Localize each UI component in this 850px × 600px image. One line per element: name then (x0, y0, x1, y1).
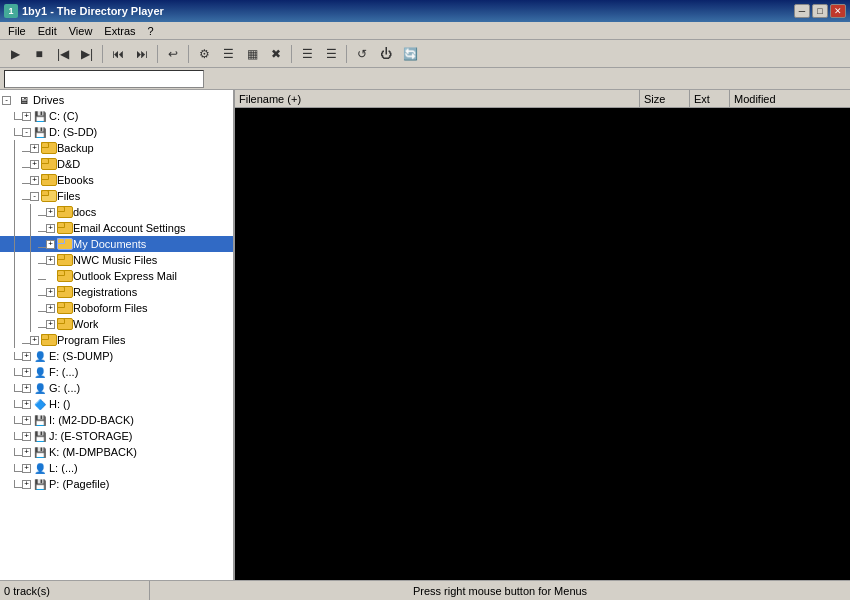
expand-e[interactable]: + (22, 352, 31, 361)
tree-item-nwcmusic[interactable]: + NWC Music Files (0, 252, 233, 268)
outlookexpress-label: Outlook Express Mail (73, 270, 177, 282)
expand-ebooks[interactable]: + (30, 176, 39, 185)
ebooks-label: Ebooks (57, 174, 94, 186)
tree-item-roboform[interactable]: + Roboform Files (0, 300, 233, 316)
expand-programfiles[interactable]: + (30, 336, 39, 345)
expand-l[interactable]: + (22, 464, 31, 473)
tree-item-ebooks[interactable]: + Ebooks (0, 172, 233, 188)
tree-item-dnd[interactable]: + D&D (0, 156, 233, 172)
menu-edit[interactable]: Edit (32, 24, 63, 38)
mydocs-label: My Documents (73, 238, 146, 250)
tree-item-f[interactable]: + 👤 F: (...) (0, 364, 233, 380)
expand-files[interactable]: - (30, 192, 39, 201)
expand-f[interactable]: + (22, 368, 31, 377)
tb-prev[interactable]: |◀ (52, 43, 74, 65)
expand-g[interactable]: + (22, 384, 31, 393)
tree-item-work[interactable]: + Work (0, 316, 233, 332)
tb-block[interactable]: ▦ (241, 43, 263, 65)
expand-dnd[interactable]: + (30, 160, 39, 169)
tb-settings[interactable]: ⚙ (193, 43, 215, 65)
tb-power[interactable]: ⏻ (375, 43, 397, 65)
expand-work[interactable]: + (46, 320, 55, 329)
sep4 (291, 45, 292, 63)
tb-stop[interactable]: ■ (28, 43, 50, 65)
expand-c[interactable]: + (22, 112, 31, 121)
expand-k[interactable]: + (22, 448, 31, 457)
expand-docs[interactable]: + (46, 208, 55, 217)
tree-item-g[interactable]: + 👤 G: (...) (0, 380, 233, 396)
expand-i[interactable]: + (22, 416, 31, 425)
close-button[interactable]: ✕ (830, 4, 846, 18)
tree-panel[interactable]: - 🖥 Drives + 💾 C: (C) - 💾 D: (S-DD) (0, 90, 235, 580)
expand-h[interactable]: + (22, 400, 31, 409)
tb-close[interactable]: ✖ (265, 43, 287, 65)
file-list-area (235, 108, 850, 580)
tb-queue[interactable]: ☰ (217, 43, 239, 65)
tree-item-l[interactable]: + 👤 L: (...) (0, 460, 233, 476)
tree-item-j[interactable]: + 💾 J: (E-STORAGE) (0, 428, 233, 444)
menu-file[interactable]: File (2, 24, 32, 38)
tb-grid[interactable]: ☰ (320, 43, 342, 65)
emailaccount-label: Email Account Settings (73, 222, 186, 234)
menu-view[interactable]: View (63, 24, 99, 38)
tb-back[interactable]: ↩ (162, 43, 184, 65)
tb-next2[interactable]: ⏭ (131, 43, 153, 65)
tb-sync[interactable]: 🔄 (399, 43, 421, 65)
tree-item-mydocs[interactable]: + My Documents (0, 236, 233, 252)
tree-item-k[interactable]: + 💾 K: (M-DMPBACK) (0, 444, 233, 460)
menu-bar: File Edit View Extras ? (0, 22, 850, 40)
tree-item-d[interactable]: - 💾 D: (S-DD) (0, 124, 233, 140)
tree-item-registrations[interactable]: + Registrations (0, 284, 233, 300)
backup-folder-icon (41, 142, 55, 154)
drives-label: Drives (33, 94, 64, 106)
roboform-folder-icon (57, 302, 71, 314)
tree-item-backup[interactable]: + Backup (0, 140, 233, 156)
expand-mydocs[interactable]: + (46, 240, 55, 249)
expand-p[interactable]: + (22, 480, 31, 489)
status-bar: 0 track(s) Press right mouse button for … (0, 580, 850, 600)
window-controls: ─ □ ✕ (794, 4, 846, 18)
menu-help[interactable]: ? (142, 24, 160, 38)
tree-item-docs[interactable]: + docs (0, 204, 233, 220)
col-modified[interactable]: Modified (730, 90, 850, 107)
expand-roboform[interactable]: + (46, 304, 55, 313)
app-icon: 1 (4, 4, 18, 18)
tree-item-h[interactable]: + 🔷 H: () (0, 396, 233, 412)
tree-item-p[interactable]: + 💾 P: (Pagefile) (0, 476, 233, 492)
expand-d[interactable]: - (22, 128, 31, 137)
tree-item-emailaccount[interactable]: + Email Account Settings (0, 220, 233, 236)
work-folder-icon (57, 318, 71, 330)
col-filename[interactable]: Filename (+) (235, 90, 640, 107)
tree-item-outlookexpress[interactable]: Outlook Express Mail (0, 268, 233, 284)
tree-item-files[interactable]: - Files (0, 188, 233, 204)
expand-emailaccount[interactable]: + (46, 224, 55, 233)
tree-item-programfiles[interactable]: + Program Files (0, 332, 233, 348)
expand-backup[interactable]: + (30, 144, 39, 153)
i-label: I: (M2-DD-BACK) (49, 414, 134, 426)
tb-refresh[interactable]: ↺ (351, 43, 373, 65)
tb-list[interactable]: ☰ (296, 43, 318, 65)
registrations-label: Registrations (73, 286, 137, 298)
col-ext[interactable]: Ext (690, 90, 730, 107)
expand-registrations[interactable]: + (46, 288, 55, 297)
expand-drives[interactable]: - (2, 96, 11, 105)
tb-next[interactable]: ▶| (76, 43, 98, 65)
tree-item-c[interactable]: + 💾 C: (C) (0, 108, 233, 124)
tree-item-e[interactable]: + 👤 E: (S-DUMP) (0, 348, 233, 364)
emailaccount-folder-icon (57, 222, 71, 234)
address-input[interactable] (4, 70, 204, 88)
expand-nwcmusic[interactable]: + (46, 256, 55, 265)
file-tree: - 🖥 Drives + 💾 C: (C) - 💾 D: (S-DD) (0, 90, 233, 494)
menu-extras[interactable]: Extras (98, 24, 141, 38)
mydocs-folder-icon (57, 238, 71, 250)
tree-item-drives[interactable]: - 🖥 Drives (0, 92, 233, 108)
tb-prev2[interactable]: ⏮ (107, 43, 129, 65)
tree-item-i[interactable]: + 💾 I: (M2-DD-BACK) (0, 412, 233, 428)
tb-play[interactable]: ▶ (4, 43, 26, 65)
col-size[interactable]: Size (640, 90, 690, 107)
toolbar: ▶ ■ |◀ ▶| ⏮ ⏭ ↩ ⚙ ☰ ▦ ✖ ☰ ☰ ↺ ⏻ 🔄 (0, 40, 850, 68)
minimize-button[interactable]: ─ (794, 4, 810, 18)
ebooks-folder-icon (41, 174, 55, 186)
maximize-button[interactable]: □ (812, 4, 828, 18)
expand-j[interactable]: + (22, 432, 31, 441)
